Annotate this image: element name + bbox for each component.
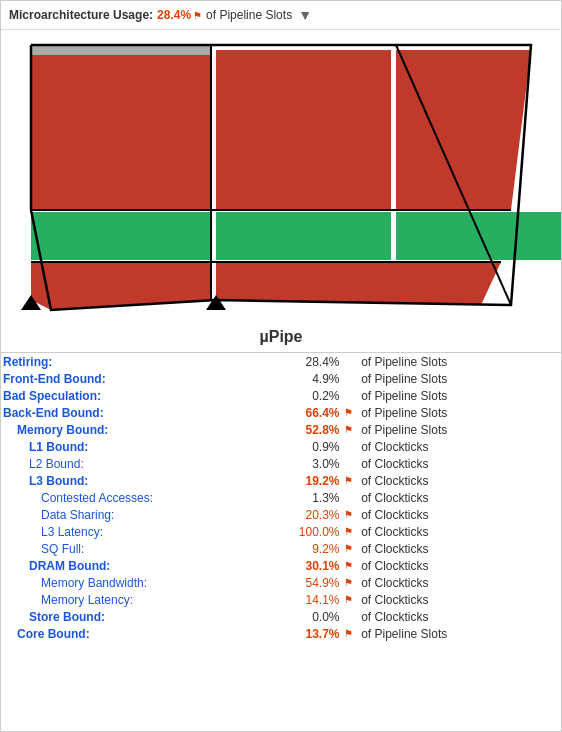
svg-marker-5 <box>31 212 211 260</box>
metric-row: Memory Bandwidth:54.9%⚑of Clockticks <box>1 574 561 591</box>
metric-row: Data Sharing:20.3%⚑of Clockticks <box>1 506 561 523</box>
metric-row: L3 Latency:100.0%⚑of Clockticks <box>1 523 561 540</box>
metric-value-cell: 0.0% <box>253 608 341 625</box>
svg-marker-2 <box>216 50 391 210</box>
header-flag-icon: ⚑ <box>193 10 202 21</box>
metric-value-cell: 66.4% <box>253 404 341 421</box>
metric-flag-cell <box>342 608 360 625</box>
metric-row: Core Bound:13.7%⚑of Pipeline Slots <box>1 625 561 642</box>
metric-value-cell: 9.2% <box>253 540 341 557</box>
metric-flag-cell <box>342 370 360 387</box>
metric-row: Bad Speculation:0.2%of Pipeline Slots <box>1 387 561 404</box>
metrics-table: Retiring:28.4%of Pipeline SlotsFront-End… <box>1 353 561 642</box>
metric-label-cell: Bad Speculation: <box>1 387 253 404</box>
metric-unit-cell: of Clockticks <box>359 540 561 557</box>
metric-flag-cell: ⚑ <box>342 574 360 591</box>
metric-row: Memory Latency:14.1%⚑of Clockticks <box>1 591 561 608</box>
metric-row: Memory Bound:52.8%⚑of Pipeline Slots <box>1 421 561 438</box>
metric-label-cell: Memory Bound: <box>1 421 253 438</box>
metric-value-cell: 100.0% <box>253 523 341 540</box>
upipe-label: µPipe <box>1 320 561 353</box>
metric-value-cell: 30.1% <box>253 557 341 574</box>
metric-value-cell: 52.8% <box>253 421 341 438</box>
metric-row: L2 Bound:3.0%of Clockticks <box>1 455 561 472</box>
metric-row: Store Bound:0.0%of Clockticks <box>1 608 561 625</box>
metric-flag-cell: ⚑ <box>342 523 360 540</box>
metric-label-cell: Contested Accesses: <box>1 489 253 506</box>
metric-row: L3 Bound:19.2%⚑of Clockticks <box>1 472 561 489</box>
metric-unit-cell: of Clockticks <box>359 608 561 625</box>
microarchitecture-chart <box>1 30 562 320</box>
metric-label-cell: L3 Bound: <box>1 472 253 489</box>
metric-value-cell: 14.1% <box>253 591 341 608</box>
metric-unit-cell: of Clockticks <box>359 574 561 591</box>
metric-label-cell: L2 Bound: <box>1 455 253 472</box>
metric-label-cell: Retiring: <box>1 353 253 370</box>
header-value: 28.4% <box>157 8 191 22</box>
metric-unit-cell: of Clockticks <box>359 557 561 574</box>
metric-label-cell: Data Sharing: <box>1 506 253 523</box>
metric-unit-cell: of Clockticks <box>359 489 561 506</box>
metric-unit-cell: of Clockticks <box>359 523 561 540</box>
metric-flag-cell: ⚑ <box>342 591 360 608</box>
metric-flag-cell: ⚑ <box>342 421 360 438</box>
chart-svg <box>1 30 562 320</box>
svg-marker-3 <box>396 50 531 210</box>
metric-unit-cell: of Pipeline Slots <box>359 353 561 370</box>
metric-label-cell: Back-End Bound: <box>1 404 253 421</box>
metric-unit-cell: of Clockticks <box>359 506 561 523</box>
metric-row: Front-End Bound:4.9%of Pipeline Slots <box>1 370 561 387</box>
metric-flag-cell <box>342 438 360 455</box>
svg-marker-6 <box>216 212 391 260</box>
metric-unit-cell: of Pipeline Slots <box>359 625 561 642</box>
metric-row: Contested Accesses:1.3%of Clockticks <box>1 489 561 506</box>
metric-row: DRAM Bound:30.1%⚑of Clockticks <box>1 557 561 574</box>
metric-label-cell: Memory Bandwidth: <box>1 574 253 591</box>
svg-marker-9 <box>216 262 501 305</box>
metric-value-cell: 54.9% <box>253 574 341 591</box>
metric-label-cell: SQ Full: <box>1 540 253 557</box>
metric-flag-cell: ⚑ <box>342 540 360 557</box>
metric-flag-cell: ⚑ <box>342 404 360 421</box>
metric-value-cell: 13.7% <box>253 625 341 642</box>
metric-flag-cell: ⚑ <box>342 625 360 642</box>
metric-label-cell: DRAM Bound: <box>1 557 253 574</box>
microarchitecture-header: Microarchitecture Usage: 28.4% ⚑ of Pipe… <box>1 1 561 30</box>
metric-flag-cell <box>342 353 360 370</box>
metric-row: Back-End Bound:66.4%⚑of Pipeline Slots <box>1 404 561 421</box>
metric-label-cell: Memory Latency: <box>1 591 253 608</box>
metric-label-cell: Front-End Bound: <box>1 370 253 387</box>
metric-flag-cell: ⚑ <box>342 506 360 523</box>
header-dropdown-icon[interactable]: ▼ <box>298 7 312 23</box>
metric-unit-cell: of Clockticks <box>359 472 561 489</box>
metric-row: Retiring:28.4%of Pipeline Slots <box>1 353 561 370</box>
metric-value-cell: 19.2% <box>253 472 341 489</box>
svg-marker-7 <box>396 212 562 260</box>
metric-flag-cell <box>342 455 360 472</box>
metric-unit-cell: of Pipeline Slots <box>359 421 561 438</box>
metric-label-cell: L1 Bound: <box>1 438 253 455</box>
header-unit: of Pipeline Slots <box>206 8 292 22</box>
metric-row: L1 Bound:0.9%of Clockticks <box>1 438 561 455</box>
metric-unit-cell: of Pipeline Slots <box>359 370 561 387</box>
metric-value-cell: 20.3% <box>253 506 341 523</box>
metric-unit-cell: of Clockticks <box>359 438 561 455</box>
metric-unit-cell: of Clockticks <box>359 591 561 608</box>
metric-row: SQ Full:9.2%⚑of Clockticks <box>1 540 561 557</box>
svg-marker-1 <box>31 50 211 210</box>
metric-value-cell: 28.4% <box>253 353 341 370</box>
metric-value-cell: 3.0% <box>253 455 341 472</box>
metric-value-cell: 1.3% <box>253 489 341 506</box>
metric-flag-cell: ⚑ <box>342 472 360 489</box>
metric-unit-cell: of Pipeline Slots <box>359 404 561 421</box>
header-label: Microarchitecture Usage: <box>9 8 153 22</box>
metric-label-cell: L3 Latency: <box>1 523 253 540</box>
metric-value-cell: 4.9% <box>253 370 341 387</box>
metric-unit-cell: of Clockticks <box>359 455 561 472</box>
metric-unit-cell: of Pipeline Slots <box>359 387 561 404</box>
metric-label-cell: Core Bound: <box>1 625 253 642</box>
metric-flag-cell <box>342 387 360 404</box>
metric-flag-cell: ⚑ <box>342 557 360 574</box>
metric-value-cell: 0.2% <box>253 387 341 404</box>
metric-flag-cell <box>342 489 360 506</box>
